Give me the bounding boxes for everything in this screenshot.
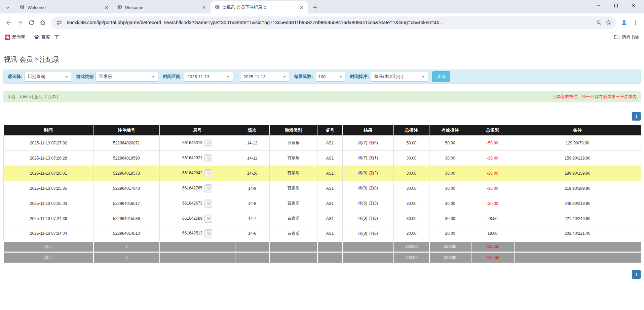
query-type-label: 请选择: xyxy=(8,74,22,80)
cell-table-no: AS1 xyxy=(317,166,343,181)
grand-total-row: 总计 7 220.00 220.00 -122.50 xyxy=(4,252,641,263)
total-label: 总计 xyxy=(4,252,93,263)
tab-close-icon[interactable] xyxy=(104,4,110,10)
globe-favicon-icon xyxy=(20,4,25,11)
page-title: 视讯 会员下注纪录 xyxy=(3,43,641,64)
cell-game-type: 百家乐 xyxy=(270,226,317,241)
col-session: 场次 xyxy=(235,125,270,135)
bookmark-star-icon[interactable] xyxy=(604,18,613,27)
page-size-value: 100 xyxy=(315,74,336,79)
tab-title: :::视讯 会员下注纪录::: xyxy=(223,4,296,10)
home-icon[interactable] xyxy=(37,17,48,28)
page-1-button[interactable]: 1 xyxy=(632,270,641,279)
round-number: 661643013 xyxy=(182,140,202,145)
cell-total-bet[interactable]: 20.00 xyxy=(394,226,429,241)
back-icon[interactable] xyxy=(3,17,14,28)
query-type-select[interactable]: 日期查询 xyxy=(24,72,71,82)
forward-icon[interactable] xyxy=(14,17,26,28)
col-remark: 备注 xyxy=(514,125,641,135)
minimize-icon[interactable] xyxy=(594,1,604,11)
sort-order-value: 降幂(由大到小) xyxy=(371,74,419,80)
cell-valid-bet: 30.00 xyxy=(429,196,471,211)
chevron-down-icon xyxy=(419,72,428,81)
cell-result: 闲(6)庄(3) xyxy=(343,196,394,211)
cell-game-type: 百家乐 xyxy=(270,211,317,226)
tab-close-icon[interactable] xyxy=(201,4,207,10)
browser-tab-2[interactable]: Welcome xyxy=(113,1,211,13)
search-button[interactable]: 查询 xyxy=(432,71,450,82)
browser-tab-1[interactable]: Welcome xyxy=(15,1,113,13)
result-banker-count: (1) xyxy=(373,156,378,160)
page-size-select[interactable]: 100 xyxy=(315,72,345,82)
date-from-select[interactable]: 2025-11-13 xyxy=(184,72,233,82)
video-replay-icon[interactable] xyxy=(204,215,212,223)
browser-tab-active[interactable]: :::视讯 会员下注纪录::: xyxy=(211,1,308,13)
cell-table-no: AS1 xyxy=(317,196,343,211)
site-info-tune-icon[interactable] xyxy=(54,18,64,27)
cell-time: 2025-11-13 07:25:03 xyxy=(4,196,93,211)
cell-result: 闲(3)庄(6) xyxy=(343,226,394,241)
chevron-down-icon xyxy=(336,72,345,81)
browser-nav-bar: 66cxkj98.com/ipl/portal.php/game/betreco… xyxy=(0,13,644,32)
chevron-down-icon xyxy=(149,72,158,81)
baidu-paw-icon xyxy=(34,34,39,41)
cell-result: 闲(3)庄(8) xyxy=(343,211,394,226)
cell-result: 闲(8)庄(2) xyxy=(343,166,394,181)
cell-table-no: AS1 xyxy=(317,150,343,166)
subtotal-valid-bet: 220.00 xyxy=(429,241,471,252)
menu-kebab-icon[interactable] xyxy=(630,17,641,28)
result-banker-count: (2) xyxy=(373,171,378,175)
bookmark-label: 爱淘宝 xyxy=(12,34,25,40)
result-banker: 庄 xyxy=(369,186,373,190)
date-range-label: 时间区间: xyxy=(163,74,182,80)
empty-cell xyxy=(317,252,343,263)
cell-total-bet[interactable]: 30.00 xyxy=(394,150,429,166)
result-player-count: (7) xyxy=(362,140,367,145)
bet-record-row: 2025-11-13 07:25:35522964017643661642765… xyxy=(4,181,641,196)
video-replay-icon[interactable] xyxy=(204,229,212,237)
tab-list-chevron-icon[interactable] xyxy=(0,2,15,13)
profile-avatar-icon[interactable] xyxy=(618,17,630,28)
close-window-icon[interactable] xyxy=(629,1,639,11)
bookmark-taobao[interactable]: 淘 爱淘宝 xyxy=(5,34,25,40)
sort-order-select[interactable]: 降幂(由大到小) xyxy=(371,72,428,82)
all-bookmarks-button[interactable]: 所有书签 xyxy=(614,34,639,41)
new-tab-icon[interactable] xyxy=(310,2,320,12)
video-replay-icon[interactable] xyxy=(204,154,212,162)
cell-total-bet[interactable]: 50.00 xyxy=(394,135,429,150)
game-type-select[interactable]: 百家乐 xyxy=(96,72,158,82)
result-player: 闲 xyxy=(358,216,362,221)
cell-total-bet[interactable]: 30.00 xyxy=(394,196,429,211)
cell-total-bet[interactable]: 30.00 xyxy=(394,211,429,226)
date-to-value: 2025-11-13 xyxy=(240,74,280,79)
taobao-icon: 淘 xyxy=(5,35,10,40)
bookmark-baidu[interactable]: 百度一下 xyxy=(34,34,59,41)
video-replay-icon[interactable] xyxy=(204,200,212,208)
total-valid-bet: 220.00 xyxy=(429,252,471,263)
url-bar[interactable]: 66cxkj98.com/ipl/portal.php/game/betreco… xyxy=(51,16,616,29)
cell-round: 661642513 xyxy=(160,226,235,241)
video-replay-icon[interactable] xyxy=(204,169,212,177)
all-bookmarks-label: 所有书签 xyxy=(622,34,639,40)
cell-total-bet[interactable]: 30.00 xyxy=(394,181,429,196)
url-text[interactable]: 66cxkj98.com/ipl/portal.php/game/betreco… xyxy=(67,20,594,25)
empty-cell xyxy=(235,252,270,263)
col-game-type: 游戏类别 xyxy=(270,125,317,135)
page-1-button[interactable]: 1 xyxy=(632,112,641,121)
video-replay-icon[interactable] xyxy=(204,184,212,192)
result-banker-count: (8) xyxy=(373,186,378,190)
chevron-down-icon xyxy=(224,72,233,81)
col-bet-id: 注单编号 xyxy=(93,125,160,135)
cell-valid-bet: 30.00 xyxy=(429,150,471,166)
reload-icon[interactable] xyxy=(26,17,37,28)
maximize-icon[interactable] xyxy=(611,1,621,11)
cell-total-bet[interactable]: 30.00 xyxy=(394,166,429,181)
video-replay-icon[interactable] xyxy=(204,139,212,147)
tab-title: Welcome xyxy=(125,5,198,10)
zoom-magnifier-icon[interactable] xyxy=(594,18,604,27)
total-payout: -122.50 xyxy=(471,252,514,263)
date-to-select[interactable]: 2025-11-13 xyxy=(240,72,289,82)
tab-close-icon[interactable] xyxy=(299,4,305,10)
cell-result: 闲(7)庄(1) xyxy=(343,150,394,166)
cell-table-no: AS1 xyxy=(317,226,343,241)
